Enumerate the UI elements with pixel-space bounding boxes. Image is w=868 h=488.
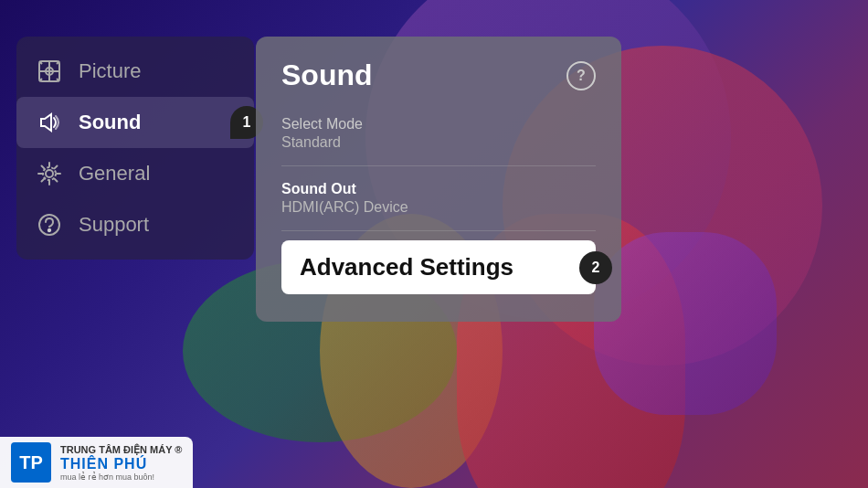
sound-out-item[interactable]: Sound Out HDMI(ARC) Device	[281, 174, 596, 223]
main-panel: Sound ? Select Mode Standard Sound Out H…	[256, 37, 621, 322]
watermark-logo: TP	[11, 442, 51, 483]
watermark-text-block: TRUNG TÂM ĐIỆN MÁY ® THIÊN PHÚ mua lẻ rẻ…	[60, 444, 182, 482]
bg-shape6	[594, 232, 777, 415]
select-mode-label: Select Mode	[281, 116, 596, 133]
support-icon	[35, 210, 64, 239]
watermark: TP TRUNG TÂM ĐIỆN MÁY ® THIÊN PHÚ mua lẻ…	[0, 437, 193, 488]
sound-icon	[35, 108, 64, 137]
svg-point-11	[48, 229, 50, 231]
watermark-line2: THIÊN PHÚ	[60, 456, 182, 472]
sidebar: Picture Sound 1 General	[16, 37, 254, 260]
sidebar-picture-label: Picture	[79, 59, 141, 83]
sound-out-value: HDMI(ARC) Device	[281, 199, 596, 216]
sidebar-item-general[interactable]: General	[16, 148, 254, 199]
select-mode-item[interactable]: Select Mode Standard	[281, 109, 596, 158]
badge-2: 2	[579, 251, 612, 284]
select-mode-value: Standard	[281, 134, 596, 151]
sidebar-sound-label: Sound	[79, 111, 141, 134]
advanced-settings-item[interactable]: Advanced Settings 2	[281, 240, 596, 294]
general-icon	[35, 159, 64, 188]
watermark-logo-text: TP	[19, 452, 43, 473]
advanced-settings-label: Advanced Settings	[300, 253, 513, 281]
panel-title: Sound	[281, 58, 373, 92]
sidebar-item-support[interactable]: Support	[16, 199, 254, 250]
watermark-line3: mua lẻ rẻ hơn mua buôn!	[60, 472, 182, 482]
sound-out-label: Sound Out	[281, 181, 596, 197]
sidebar-item-sound[interactable]: Sound 1	[16, 97, 254, 148]
divider-1	[281, 165, 596, 166]
help-icon-label: ?	[577, 68, 586, 84]
picture-icon	[35, 57, 64, 86]
help-icon[interactable]: ?	[566, 61, 596, 90]
watermark-line1: TRUNG TÂM ĐIỆN MÁY ®	[60, 444, 182, 456]
sidebar-item-picture[interactable]: Picture	[16, 46, 254, 97]
svg-point-8	[46, 170, 53, 177]
sidebar-support-label: Support	[79, 213, 149, 237]
divider-2	[281, 230, 596, 231]
panel-header: Sound ?	[281, 58, 596, 92]
sidebar-general-label: General	[79, 162, 150, 186]
